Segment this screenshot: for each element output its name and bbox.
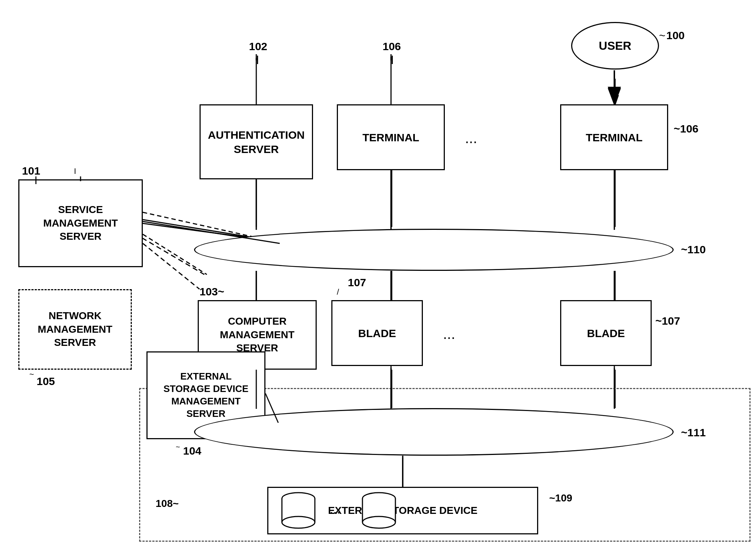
ref-106-left: 106 <box>383 40 401 53</box>
ref-102: 102 <box>249 40 267 53</box>
ref-101: 101 <box>22 165 40 177</box>
user-label: USER <box>599 39 632 53</box>
computer-mgmt-label: COMPUTERMANAGEMENTSERVER <box>220 315 295 355</box>
tick-104: ~ <box>176 443 180 451</box>
tick-106-left: | <box>391 54 394 64</box>
terminal2-label: TERMINAL <box>586 130 643 145</box>
blade2-label: BLADE <box>587 326 625 340</box>
ref-103: 103~ <box>200 285 224 298</box>
svg-point-45 <box>362 516 395 528</box>
tick-102: | <box>256 54 259 64</box>
diagram: USER 100 ~ 102 | AUTHENTICATIONSERVER 10… <box>0 0 752 560</box>
network-mgmt-label: NETWORKMANAGEMENTSERVER <box>38 309 112 349</box>
network-110 <box>194 229 674 271</box>
tick-101: | <box>35 175 37 184</box>
svg-line-5 <box>143 234 207 275</box>
svg-line-54 <box>143 243 200 289</box>
blade1-node: BLADE <box>331 300 423 366</box>
terminal2-node: TERMINAL <box>560 104 668 170</box>
terminal1-label: TERMINAL <box>362 130 419 145</box>
svg-point-40 <box>282 516 315 528</box>
storage-cylinder-left <box>278 490 319 531</box>
brace-107: / <box>337 287 339 297</box>
network-111 <box>194 408 674 456</box>
ref-108: 108~ <box>156 498 179 509</box>
user-node: USER <box>571 22 659 70</box>
network-mgmt-node: NETWORKMANAGEMENTSERVER <box>18 289 132 370</box>
ref-111: ~111 <box>681 426 706 439</box>
ref-100: 100 <box>666 29 685 42</box>
service-mgmt-node: SERVICEMANAGEMENTSERVER <box>18 179 143 267</box>
tilde-100: ~ <box>659 29 666 42</box>
blade1-label: BLADE <box>358 326 396 340</box>
terminal1-node: TERMINAL <box>337 104 445 170</box>
dots-blades: ... <box>443 326 455 342</box>
ref-110: ~110 <box>681 243 706 256</box>
auth-server-node: AUTHENTICATIONSERVER <box>200 104 313 179</box>
ext-storage-mgmt-label: EXTERNALSTORAGE DEVICEMANAGEMENTSERVER <box>163 370 248 420</box>
ext-storage-device-label: EXTERNAL STORAGE DEVICE <box>328 504 477 517</box>
ref-109: ~109 <box>549 492 572 504</box>
ref-104: 104 <box>183 445 201 457</box>
ref-106-right: ~106 <box>674 123 699 135</box>
blade2-node: BLADE <box>560 300 652 366</box>
ref-107-left: 107 <box>348 276 366 289</box>
service-mgmt-label: SERVICEMANAGEMENTSERVER <box>43 203 118 243</box>
svg-line-24 <box>142 238 204 275</box>
dots-terminals: ... <box>465 130 477 146</box>
auth-server-label: AUTHENTICATIONSERVER <box>208 128 305 156</box>
storage-cylinder-right <box>359 490 399 531</box>
dots-cylinders: ... <box>330 501 340 517</box>
ref-105: 105 <box>37 375 55 388</box>
ref-107-right: ~107 <box>655 315 680 327</box>
tick-105: ~ <box>29 370 34 379</box>
